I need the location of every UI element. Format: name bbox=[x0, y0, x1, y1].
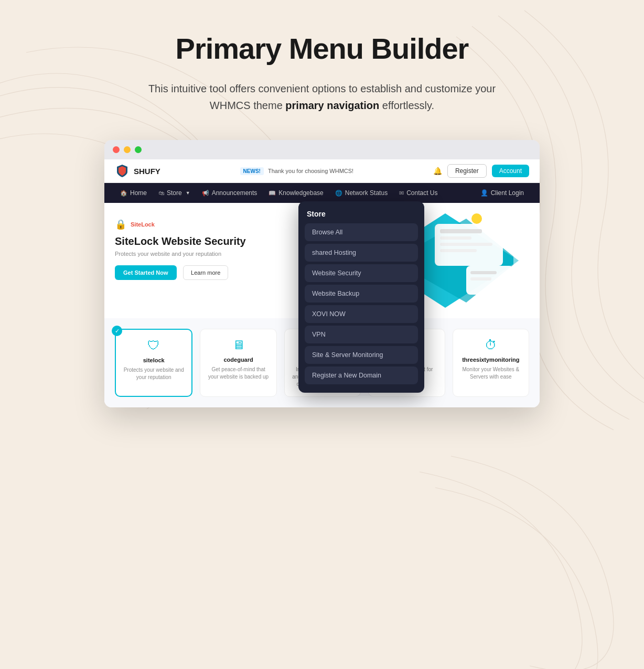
nav-label-network: Network Status bbox=[345, 189, 388, 197]
hero-subtitle: Protects your website and your reputatio… bbox=[115, 251, 246, 257]
network-icon: 🌐 bbox=[335, 190, 342, 197]
svg-marker-11 bbox=[513, 255, 527, 266]
dropdown-item-register-domain[interactable]: Register a New Domain bbox=[305, 366, 418, 384]
nav-item-home[interactable]: 🏠 Home bbox=[115, 183, 152, 203]
dropdown-item-site-server-monitoring[interactable]: Site & Server Monitoring bbox=[305, 346, 418, 364]
sitelock-card-title: sitelock bbox=[123, 357, 184, 363]
monitoring-card-title: threesixtymonitoring bbox=[460, 357, 521, 363]
svg-rect-8 bbox=[470, 271, 497, 274]
learn-more-button[interactable]: Learn more bbox=[183, 265, 228, 280]
hero-buttons: Get Started Now Learn more bbox=[115, 265, 246, 280]
monitoring-card-icon: ⏱ bbox=[460, 338, 521, 352]
nav-label-contact: Contact Us bbox=[406, 189, 437, 197]
user-icon: 👤 bbox=[480, 189, 488, 197]
account-button[interactable]: Account bbox=[492, 165, 529, 177]
store-dropdown: Store Browse All shared Hosting Website … bbox=[298, 201, 424, 393]
topbar-right: 🔔 Register Account bbox=[433, 164, 529, 178]
hero-left: 🔒 SiteLock SiteLock Website Security Pro… bbox=[115, 219, 246, 280]
card-codeguard[interactable]: 🖥 codeguard Get peace-of-mind that your … bbox=[200, 329, 276, 397]
nav-label-home: Home bbox=[130, 189, 147, 197]
card-threesixtymonitoring[interactable]: ⏱ threesixtymonitoring Monitor your Webs… bbox=[453, 329, 529, 397]
chevron-down-icon: ▼ bbox=[186, 190, 190, 196]
subtitle-text-2: effortlessly. bbox=[379, 100, 434, 111]
dropdown-item-vpn[interactable]: VPN bbox=[305, 326, 418, 343]
browser-dot-red[interactable] bbox=[113, 146, 120, 153]
dropdown-item-shared-hosting[interactable]: shared Hosting bbox=[305, 244, 418, 262]
svg-point-10 bbox=[471, 213, 482, 224]
contact-icon: ✉ bbox=[399, 190, 404, 197]
logo-icon bbox=[115, 164, 130, 178]
whmcs-logo: SHUFY bbox=[115, 164, 160, 178]
register-button[interactable]: Register bbox=[447, 164, 487, 178]
sitelock-card-icon: 🛡 bbox=[123, 338, 184, 353]
knowledgebase-icon: 📖 bbox=[269, 190, 276, 197]
get-started-button[interactable]: Get Started Now bbox=[115, 265, 177, 280]
nav-label-announcements: Announcements bbox=[212, 189, 257, 197]
nav-label-knowledgebase: Knowledgebase bbox=[278, 189, 323, 197]
nav-left: 🏠 Home 🛍 Store ▼ 📢 Announcements 📖 bbox=[115, 183, 443, 203]
codeguard-card-icon: 🖥 bbox=[208, 338, 269, 352]
logo-text: SHUFY bbox=[134, 167, 160, 176]
page-subtitle: This intuitive tool offers convenient op… bbox=[138, 80, 506, 114]
page-title: Primary Menu Builder bbox=[176, 31, 469, 66]
nav-item-store[interactable]: 🛍 Store ▼ bbox=[153, 183, 196, 203]
card-check-sitelock: ✓ bbox=[112, 326, 122, 336]
news-badge: NEWS! bbox=[240, 167, 264, 175]
monitoring-card-desc: Monitor your Websites & Servers with eas… bbox=[460, 366, 521, 381]
sitelock-brand-label: SiteLock bbox=[131, 221, 155, 228]
browser-dot-green[interactable] bbox=[135, 146, 142, 153]
nav-label-store: Store bbox=[167, 189, 182, 197]
dropdown-item-website-backup[interactable]: Website Backup bbox=[305, 285, 418, 303]
nav-item-network-status[interactable]: 🌐 Network Status bbox=[330, 183, 393, 203]
news-text: Thank you for choosing WHMCS! bbox=[268, 168, 353, 174]
svg-rect-9 bbox=[470, 277, 491, 280]
dropdown-item-xovi-now[interactable]: XOVI NOW bbox=[305, 305, 418, 323]
whmcs-nav: 🏠 Home 🛍 Store ▼ 📢 Announcements 📖 bbox=[104, 183, 540, 203]
nav-item-client-login[interactable]: 👤 Client Login bbox=[475, 183, 529, 203]
subtitle-bold: primary navigation bbox=[285, 100, 379, 111]
browser-dot-yellow[interactable] bbox=[124, 146, 131, 153]
codeguard-card-title: codeguard bbox=[208, 357, 269, 363]
home-icon: 🏠 bbox=[120, 190, 127, 197]
dropdown-store-label: Store bbox=[305, 210, 418, 218]
sitelock-logo-area: 🔒 SiteLock bbox=[115, 219, 246, 230]
nav-label-client-login: Client Login bbox=[491, 189, 524, 197]
browser-mockup: SHUFY NEWS! Thank you for choosing WHMCS… bbox=[104, 140, 540, 407]
svg-rect-3 bbox=[440, 229, 482, 233]
nav-item-knowledgebase[interactable]: 📖 Knowledgebase bbox=[263, 183, 328, 203]
sitelock-shield-icon: 🔒 bbox=[115, 219, 126, 230]
browser-titlebar bbox=[104, 140, 540, 159]
whmcs-topbar: SHUFY NEWS! Thank you for choosing WHMCS… bbox=[104, 159, 540, 183]
card-sitelock[interactable]: ✓ 🛡 sitelock Protects your website and y… bbox=[115, 329, 192, 397]
svg-rect-4 bbox=[440, 236, 471, 240]
bell-icon: 🔔 bbox=[433, 167, 442, 175]
nav-item-announcements[interactable]: 📢 Announcements bbox=[197, 183, 263, 203]
store-icon: 🛍 bbox=[158, 190, 164, 196]
nav-item-contact[interactable]: ✉ Contact Us bbox=[394, 183, 443, 203]
announcements-icon: 📢 bbox=[202, 190, 209, 197]
svg-rect-5 bbox=[440, 243, 492, 246]
codeguard-card-desc: Get peace-of-mind that your website is b… bbox=[208, 366, 269, 381]
browser-content: SHUFY NEWS! Thank you for choosing WHMCS… bbox=[104, 159, 540, 407]
hero-title: SiteLock Website Security bbox=[115, 235, 246, 247]
sitelock-card-desc: Protects your website and your reputatio… bbox=[123, 366, 184, 381]
dropdown-item-website-security[interactable]: Website Security bbox=[305, 264, 418, 282]
topbar-center: NEWS! Thank you for choosing WHMCS! bbox=[240, 167, 354, 175]
dropdown-item-browse-all[interactable]: Browse All bbox=[305, 223, 418, 241]
svg-rect-6 bbox=[440, 249, 477, 252]
